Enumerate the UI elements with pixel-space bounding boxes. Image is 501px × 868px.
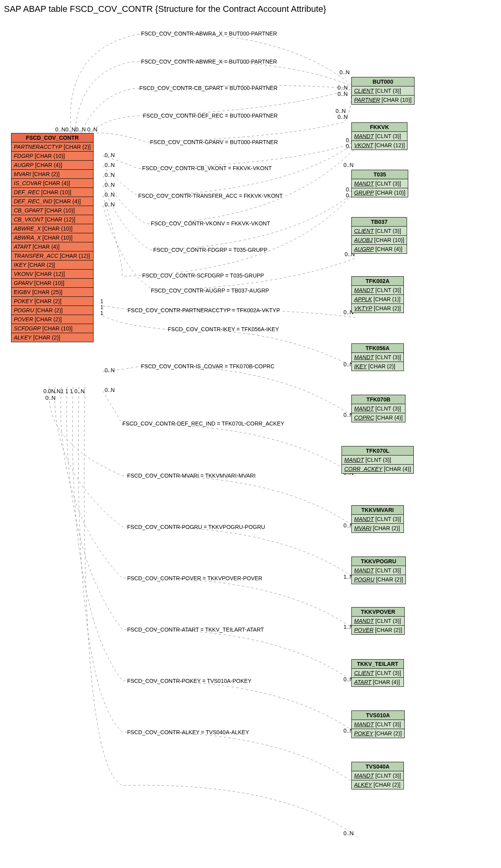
related-table-tkkvmvari: TKKVMVARIMANDT [CLNT (3)]MVARI [CHAR (2)…	[351, 505, 404, 533]
relation-label: FSCD_COV_CONTR-SCFDGRP = T035-GRUPP	[142, 272, 264, 279]
cardinality-left: 0..N	[105, 201, 115, 208]
main-field: CB_GPART [CHAR (10)]	[11, 206, 94, 215]
relation-label: FSCD_COV_CONTR-ABWRA_X = BUT000-PARTNER	[141, 30, 277, 37]
related-field: COPRC [CHAR (4)]	[352, 413, 405, 422]
cardinality-bottom-single: 0..N	[45, 395, 56, 401]
related-table-tfk070l: TFK070LMANDT [CLNT (3)]CORR_ACKEY [CHAR …	[342, 446, 414, 474]
page-title: SAP ABAP table FSCD_COV_CONTR {Structure…	[4, 4, 501, 14]
main-table-header: FSCD_COV_CONTR	[11, 133, 94, 142]
related-table-header: TFK056A	[352, 344, 404, 353]
related-table-header: TFK070L	[342, 446, 414, 456]
main-field: MVARI [CHAR (2)]	[11, 170, 94, 179]
relation-label: FSCD_COV_CONTR-ATART = TKKV_TEILART-ATAR…	[127, 626, 264, 633]
related-table-header: TVS040A	[352, 762, 404, 771]
related-field: CLIENT [CLNT (3)]	[352, 86, 415, 96]
related-field: MANDT [CLNT (3)]	[352, 353, 404, 362]
related-table-header: TKKVPOVER	[352, 607, 405, 617]
cardinality-left: 1	[100, 298, 103, 304]
main-field: DEF_REC_IND [CHAR (4)]	[11, 197, 94, 206]
main-field: PARTNERACCTYP [CHAR (2)]	[11, 142, 94, 152]
related-field: GRUPP [CHAR (10)]	[352, 188, 408, 197]
cardinality-left: 0..N	[105, 152, 115, 158]
main-field: IKEY [CHAR (2)]	[11, 261, 94, 270]
relation-label: FSCD_COV_CONTR-IKEY = TFK056A-IKEY	[168, 326, 279, 332]
related-table-tfk002a: TFK002AMANDT [CLNT (3)]APPLK [CHAR (1)]V…	[351, 276, 404, 313]
related-field: MANDT [CLNT (3)]	[352, 515, 404, 524]
related-field: CORR_ACKEY [CHAR (4)]	[342, 465, 414, 474]
cardinality-bottom-cluster: 0.0N.N1 1 1 0..N	[43, 388, 84, 394]
relation-label: FSCD_COV_CONTR-GPARV = BUT000-PARTNER	[150, 139, 278, 145]
main-field: VKONV [CHAR (12)]	[11, 270, 94, 279]
related-table-tkkv_teilart: TKKV_TEILARTCLIENT [CLNT (3)]ATART [CHAR…	[351, 659, 404, 687]
cardinality-left: 1	[100, 304, 103, 310]
relation-label: FSCD_COV_CONTR-TRANSFER_ACC = FKKVK-VKON…	[138, 193, 283, 199]
relation-label: FSCD_COV_CONTR-AUGRP = TB037-AUGRP	[151, 287, 269, 294]
main-table-fscd-cov-contr: FSCD_COV_CONTR PARTNERACCTYP [CHAR (2)]F…	[11, 133, 94, 342]
cardinality-right: 0..N	[338, 114, 348, 120]
related-field: MANDT [CLNT (3)]	[342, 456, 414, 465]
main-field: ABWRA_X [CHAR (10)]	[11, 233, 94, 242]
relation-label: FSCD_COV_CONTR-PARTNERACCTYP = TFK002A-V…	[128, 307, 280, 313]
related-field: AUOBJ [CHAR (10)]	[352, 236, 407, 245]
main-field: POVER [CHAR (2)]	[11, 315, 94, 324]
main-field: ALKEY [CHAR (2)]	[11, 333, 94, 342]
related-field: MANDT [CLNT (3)]	[352, 286, 404, 295]
related-field: AUGRP [CHAR (4)]	[352, 245, 407, 254]
cardinality-top-cluster: 0..N0..N0..N 0..N	[55, 126, 98, 133]
related-table-header: TKKVMVARI	[352, 506, 404, 515]
cardinality-left: 0..N	[105, 191, 115, 198]
related-table-t035: T035MANDT [CLNT (3)]GRUPP [CHAR (10)]	[351, 170, 408, 197]
cardinality-left: 0..N	[105, 367, 115, 373]
relation-label: FSCD_COV_CONTR-DEF_REC = BUT000-PARTNER	[143, 112, 278, 119]
related-field: APPLK [CHAR (1)]	[352, 295, 404, 304]
related-field: VKTYP [CHAR (2)]	[352, 304, 404, 313]
related-table-header: TKKVPOGRU	[352, 557, 406, 566]
relation-label: FSCD_COV_CONTR-CB_GPART = BUT000-PARTNER	[139, 85, 278, 91]
related-table-header: TKKV_TEILART	[352, 660, 404, 669]
related-field: ALKEY [CHAR (2)]	[352, 780, 404, 789]
main-field: CB_VKONT [CHAR (12)]	[11, 215, 94, 224]
related-table-tb037: TB037CLIENT [CLNT (3)]AUOBJ [CHAR (10)]A…	[351, 217, 407, 254]
related-field: MANDT [CLNT (3)]	[352, 617, 405, 626]
cardinality-left: 0..N	[105, 182, 115, 188]
cardinality-left: 0..N	[105, 172, 115, 178]
related-field: CLIENT [CLNT (3)]	[352, 669, 404, 678]
related-table-tkkvpover: TKKVPOVERMANDT [CLNT (3)]POVER [CHAR (2)…	[351, 607, 405, 635]
relation-label: FSCD_COV_CONTR-IS_COVAR = TFK070B-COPRC	[141, 363, 274, 369]
main-field: DEF_REC [CHAR (10)]	[11, 188, 94, 197]
related-field: PARTNER [CHAR (10)]	[352, 96, 415, 105]
main-field: EIGBV [CHAR (25)]	[11, 288, 94, 297]
relation-label: FSCD_COV_CONTR-ABWRE_X = BUT000-PARTNER	[141, 58, 277, 65]
related-table-header: BUT000	[352, 77, 415, 86]
relation-label: FSCD_COV_CONTR-DEF_REC_IND = TFK070L-COR…	[122, 420, 284, 427]
related-table-fkkvk: FKKVKMANDT [CLNT (3)]VKONT [CHAR (12)]	[351, 122, 407, 150]
main-field: IS_COVAR [CHAR (4)]	[11, 179, 94, 188]
cardinality-right: 0..N	[343, 830, 354, 836]
related-table-header: TB037	[352, 217, 407, 227]
related-field: MANDT [CLNT (3)]	[352, 179, 408, 188]
related-field: ATART [CHAR (4)]	[352, 678, 404, 687]
relation-label: FSCD_COV_CONTR-POVER = TKKVPOVER-POVER	[127, 575, 262, 581]
related-field: MANDT [CLNT (3)]	[352, 132, 407, 141]
relation-label: FSCD_COV_CONTR-POKEY = TVS010A-POKEY	[127, 678, 251, 684]
cardinality-right: 0..N	[336, 108, 346, 114]
related-field: VKONT [CHAR (12)]	[352, 141, 407, 150]
main-field: TRANSFER_ACC [CHAR (12)]	[11, 251, 94, 261]
cardinality-right: 0..N	[338, 84, 348, 91]
related-field: IKEY [CHAR (2)]	[352, 362, 404, 371]
relation-label: FSCD_COV_CONTR-MVARI = TKKVMVARI-MVARI	[127, 472, 255, 479]
cardinality-left: 0..N	[105, 387, 115, 393]
relation-label: FSCD_COV_CONTR-POGRU = TKKVPOGRU-POGRU	[127, 524, 265, 530]
related-field: MANDT [CLNT (3)]	[352, 404, 405, 413]
related-table-but000: BUT000CLIENT [CLNT (3)]PARTNER [CHAR (10…	[351, 77, 415, 105]
related-field: MANDT [CLNT (3)]	[352, 720, 405, 729]
related-field: MVARI [CHAR (2)]	[352, 524, 404, 533]
relation-label: FSCD_COV_CONTR-VKONV = FKKVK-VKONT	[151, 220, 270, 227]
main-field: POKEY [CHAR (2)]	[11, 297, 94, 306]
related-table-tvs010a: TVS010AMANDT [CLNT (3)]POKEY [CHAR (2)]	[351, 711, 405, 738]
related-field: MANDT [CLNT (3)]	[352, 771, 404, 780]
main-field: GPARV [CHAR (10)]	[11, 279, 94, 288]
related-table-header: FKKVK	[352, 123, 407, 132]
cardinality-right: 0..N	[338, 91, 348, 97]
main-field: SCFDGRP [CHAR (10)]	[11, 324, 94, 333]
